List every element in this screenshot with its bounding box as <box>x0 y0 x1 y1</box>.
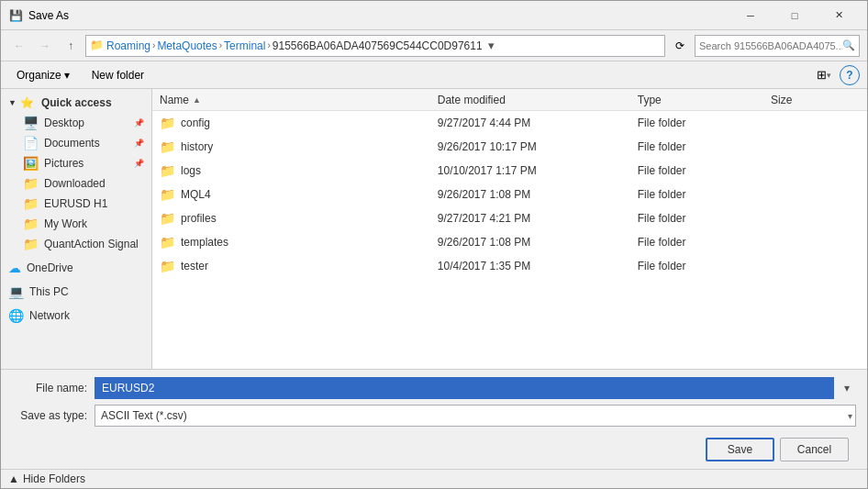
folder-icon: 📁 <box>160 235 175 250</box>
pin-icon-2: 📌 <box>134 139 144 148</box>
breadcrumb-roaming[interactable]: Roaming <box>106 39 150 52</box>
sidebar-item-downloaded[interactable]: 📁 Downloaded <box>1 173 151 194</box>
sidebar-item-documents[interactable]: 📄 Documents 📌 <box>1 133 151 153</box>
dialog-icon: 💾 <box>8 8 23 23</box>
savetype-wrapper: ASCII Text (*.csv) ▾ <box>95 405 856 427</box>
sidebar-item-pictures-label: Pictures <box>44 157 83 170</box>
sidebar-item-onedrive-label: OneDrive <box>27 261 73 274</box>
breadcrumb-current: 915566BA06ADA407569C544CC0D97611 <box>273 39 483 52</box>
table-row[interactable]: 📁 history 9/26/2017 10:17 PM File folder <box>152 135 867 159</box>
pin-icon-3: 📌 <box>134 159 144 168</box>
new-folder-button[interactable]: New folder <box>83 66 152 84</box>
table-row[interactable]: 📁 MQL4 9/26/2017 1:08 PM File folder <box>152 183 867 206</box>
file-list-header[interactable]: Name ▲ Date modified Type Size <box>152 89 867 111</box>
search-icon: 🔍 <box>842 39 855 51</box>
documents-icon: 📄 <box>23 136 39 150</box>
quick-access-header[interactable]: ▼ ⭐ Quick access <box>1 93 151 113</box>
sidebar-item-eurusd[interactable]: 📁 EURUSD H1 <box>1 194 151 214</box>
up-button[interactable]: ↑ <box>60 35 82 57</box>
quantaction-folder-icon: 📁 <box>23 237 39 251</box>
sidebar-item-thispc[interactable]: 💻 This PC <box>1 282 151 302</box>
sidebar-item-quantaction-label: QuantAction Signal <box>44 238 139 250</box>
command-toolbar: Organize ▾ New folder ⊞ ▾ ? <box>1 61 867 89</box>
refresh-button[interactable]: ⟳ <box>669 35 691 57</box>
search-box[interactable]: 🔍 <box>695 35 860 57</box>
sidebar: ▼ ⭐ Quick access 🖥️ Desktop 📌 📄 Document… <box>1 89 152 369</box>
back-button[interactable]: ← <box>8 35 30 57</box>
table-row[interactable]: 📁 config 9/27/2017 4:44 PM File folder <box>152 111 867 135</box>
sidebar-item-pictures[interactable]: 🖼️ Pictures 📌 <box>1 153 151 173</box>
column-header-name[interactable]: Name ▲ <box>160 94 438 106</box>
sidebar-item-documents-label: Documents <box>44 137 100 150</box>
dialog-title: Save As <box>28 9 729 22</box>
folder-icon: 📁 <box>160 163 175 178</box>
main-content: ▼ ⭐ Quick access 🖥️ Desktop 📌 📄 Document… <box>1 89 867 369</box>
table-row[interactable]: 📁 profiles 9/27/2017 4:21 PM File folder <box>152 206 867 230</box>
table-row[interactable]: 📁 tester 10/4/2017 1:35 PM File folder <box>152 254 867 278</box>
view-button[interactable]: ⊞ ▾ <box>812 65 836 84</box>
sidebar-item-desktop[interactable]: 🖥️ Desktop 📌 <box>1 113 151 133</box>
bottom-section: File name: ▾ Save as type: ASCII Text (*… <box>1 369 867 469</box>
hide-folders-label: Hide Folders <box>23 472 85 485</box>
sort-arrow-icon: ▲ <box>193 95 201 105</box>
folder-icon: 📁 <box>160 187 175 202</box>
breadcrumb-terminal[interactable]: Terminal <box>224 39 265 52</box>
folder-icon: 📁 <box>160 139 175 154</box>
breadcrumb-metaquotes[interactable]: MetaQuotes <box>157 39 217 52</box>
savetype-row: Save as type: ASCII Text (*.csv) ▾ <box>12 405 856 427</box>
navigation-toolbar: ← → ↑ 📁 Roaming › MetaQuotes › Terminal … <box>1 30 867 61</box>
sidebar-item-eurusd-label: EURUSD H1 <box>44 197 107 210</box>
title-bar-buttons: ─ □ ✕ <box>729 6 860 25</box>
buttons-row: Save Cancel <box>12 432 856 461</box>
network-icon: 🌐 <box>8 308 24 323</box>
desktop-icon: 🖥️ <box>23 116 39 130</box>
hide-folders-arrow-icon: ▲ <box>8 472 19 485</box>
sidebar-item-quantaction[interactable]: 📁 QuantAction Signal <box>1 234 151 254</box>
folder-icon: 📁 <box>160 116 175 130</box>
sidebar-item-onedrive[interactable]: ☁ OneDrive <box>1 258 151 278</box>
sidebar-item-mywork-label: My Work <box>44 217 87 230</box>
toolbar-right: ⊞ ▾ ? <box>812 65 860 85</box>
breadcrumb-folder-icon: 📁 <box>90 39 105 53</box>
quick-access-label: Quick access <box>41 96 112 109</box>
breadcrumb-bar[interactable]: 📁 Roaming › MetaQuotes › Terminal › 9155… <box>85 35 665 57</box>
sidebar-item-mywork[interactable]: 📁 My Work <box>1 214 151 234</box>
close-button[interactable]: ✕ <box>818 6 860 25</box>
minimize-button[interactable]: ─ <box>729 6 772 25</box>
table-row[interactable]: 📁 logs 10/10/2017 1:17 PM File folder <box>152 159 867 183</box>
folder-icon: 📁 <box>160 259 175 273</box>
downloaded-folder-icon: 📁 <box>23 176 39 191</box>
thispc-icon: 💻 <box>8 284 24 299</box>
view-chevron-icon: ▾ <box>827 71 831 80</box>
table-row[interactable]: 📁 templates 9/26/2017 1:08 PM File folde… <box>152 230 867 254</box>
pictures-icon: 🖼️ <box>23 156 39 171</box>
onedrive-icon: ☁ <box>8 261 21 275</box>
savetype-select[interactable]: ASCII Text (*.csv) <box>95 405 856 427</box>
search-input[interactable] <box>699 40 842 51</box>
view-icon: ⊞ <box>817 68 827 82</box>
folder-icon: 📁 <box>160 211 175 226</box>
filename-input[interactable] <box>95 377 834 399</box>
pin-icon: 📌 <box>134 118 144 128</box>
sidebar-item-network[interactable]: 🌐 Network <box>1 306 151 326</box>
filename-row: File name: ▾ <box>12 377 856 399</box>
column-header-size[interactable]: Size <box>771 94 860 106</box>
eurusd-folder-icon: 📁 <box>23 196 39 211</box>
column-header-type[interactable]: Type <box>638 94 771 106</box>
forward-button[interactable]: → <box>34 35 56 57</box>
maximize-button[interactable]: □ <box>773 6 816 25</box>
help-button[interactable]: ? <box>840 65 860 85</box>
organize-button[interactable]: Organize ▾ <box>8 66 78 84</box>
filename-label: File name: <box>12 382 95 395</box>
save-button[interactable]: Save <box>706 438 774 461</box>
filename-dropdown-button[interactable]: ▾ <box>838 377 856 399</box>
column-header-date[interactable]: Date modified <box>438 94 638 106</box>
sidebar-item-network-label: Network <box>29 309 70 322</box>
cancel-button[interactable]: Cancel <box>780 438 849 461</box>
file-list: Name ▲ Date modified Type Size 📁 config <box>152 89 867 369</box>
sidebar-item-downloaded-label: Downloaded <box>44 177 106 190</box>
breadcrumb-dropdown-button[interactable]: ▾ <box>484 35 499 57</box>
organize-chevron-icon: ▾ <box>64 69 70 82</box>
hide-folders-row[interactable]: ▲ Hide Folders <box>1 469 867 488</box>
sidebar-item-desktop-label: Desktop <box>44 117 84 129</box>
